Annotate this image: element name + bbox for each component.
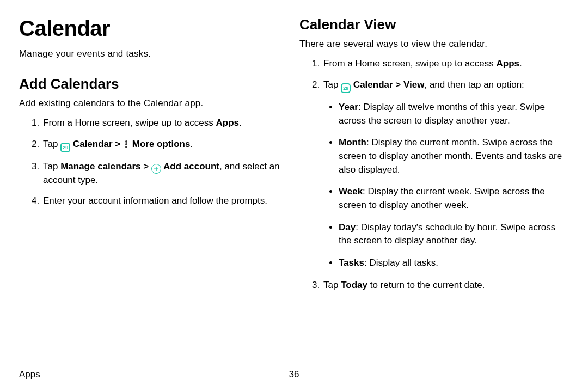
text: Tap [43, 161, 60, 171]
bold-calendar: Calendar [70, 139, 112, 149]
bold-more-options: More options [130, 139, 190, 149]
section-desc: Add existing calendars to the Calendar a… [19, 98, 283, 109]
bold-today: Today [341, 280, 367, 290]
left-column: Calendar Manage your events and tasks. A… [19, 16, 294, 381]
text: : Display all twelve months of this year… [339, 102, 545, 126]
text: Tap [323, 79, 341, 90]
section-heading-add-calendars: Add Calendars [19, 76, 283, 93]
add-calendars-steps: From a Home screen, swipe up to access A… [19, 117, 283, 208]
option-week: Week: Display the current week. Swipe ac… [339, 185, 569, 212]
bold-manage-calendars: Manage calendars [60, 161, 140, 171]
text: . [190, 139, 193, 149]
step-1: From a Home screen, swipe up to access A… [42, 117, 283, 130]
label: Month [339, 137, 366, 148]
bold-apps: Apps [496, 58, 519, 69]
step-2: Tap 29 Calendar > More options. [42, 138, 283, 153]
calendar-icon: 29 [60, 143, 70, 152]
text: From a Home screen, swipe up to access [323, 58, 496, 69]
step-2: Tap 29 Calendar > View, and then tap an … [322, 78, 569, 270]
text: , and then tap an option: [424, 79, 524, 90]
step-1: From a Home screen, swipe up to access A… [322, 57, 569, 71]
section-desc: There are several ways to view the calen… [299, 39, 569, 50]
footer-section-label: Apps [19, 369, 40, 379]
page-footer: Apps 36 [19, 369, 569, 380]
page-number: 36 [289, 369, 299, 380]
page-subtitle: Manage your events and tasks. [19, 48, 283, 59]
step-4: Enter your account information and follo… [42, 194, 283, 208]
option-year: Year: Display all twelve months of this … [339, 101, 569, 127]
text: . [239, 118, 242, 128]
label: Week [339, 186, 363, 197]
option-day: Day: Display today's schedule by hour. S… [339, 221, 569, 248]
section-heading-calendar-view: Calendar View [299, 16, 569, 33]
page-title: Calendar [19, 16, 283, 41]
separator: > [141, 161, 151, 171]
step-3: Tap Today to return to the current date. [322, 279, 569, 292]
more-options-icon [123, 140, 130, 149]
view-options-list: Year: Display all twelve months of this … [323, 101, 569, 270]
label: Year [339, 102, 358, 112]
separator: > [393, 79, 403, 90]
text: : Display the current week. Swipe across… [339, 186, 545, 210]
label: Tasks [339, 258, 364, 268]
plus-icon: + [151, 164, 161, 174]
text: Tap [323, 280, 341, 290]
step-3: Tap Manage calendars > + Add account, an… [42, 160, 283, 187]
text: Tap [43, 139, 60, 149]
calendar-view-steps: From a Home screen, swipe up to access A… [299, 57, 569, 292]
separator: > [113, 139, 123, 149]
right-column: Calendar View There are several ways to … [294, 16, 569, 381]
label: Day [339, 222, 356, 232]
text: . [519, 58, 522, 69]
text: : Display today's schedule by hour. Swip… [339, 222, 555, 246]
text: From a Home screen, swipe up to access [43, 118, 216, 128]
manual-page: Calendar Manage your events and tasks. A… [0, 0, 588, 392]
calendar-icon: 29 [341, 83, 351, 93]
bold-view: View [403, 79, 424, 90]
bold-add-account: Add account [161, 161, 219, 171]
text: : Display the current month. Swipe acros… [339, 137, 562, 174]
option-month: Month: Display the current month. Swipe … [339, 136, 569, 176]
text: : Display all tasks. [364, 258, 438, 268]
bold-apps: Apps [216, 118, 239, 128]
text: to return to the current date. [367, 280, 485, 290]
option-tasks: Tasks: Display all tasks. [339, 256, 569, 270]
bold-calendar: Calendar [351, 79, 393, 90]
